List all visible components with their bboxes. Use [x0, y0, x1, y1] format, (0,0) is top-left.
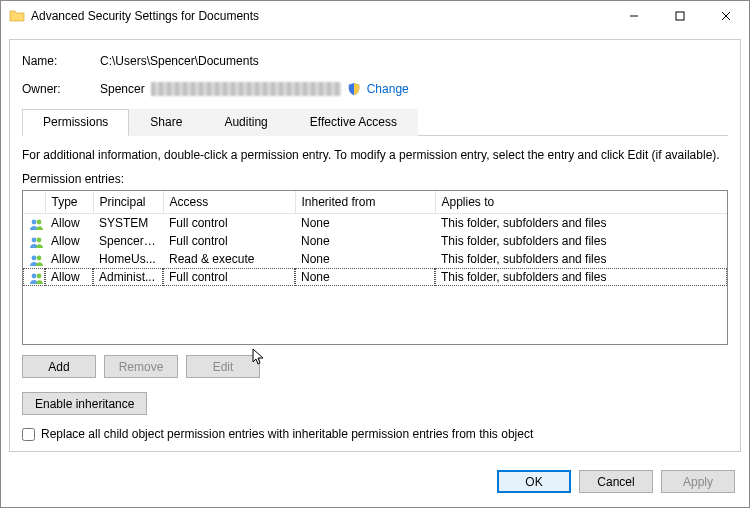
row-applies: This folder, subfolders and files [435, 232, 727, 250]
grid-header-row: Type Principal Access Inherited from App… [23, 191, 727, 214]
replace-checkbox[interactable] [22, 428, 35, 441]
replace-checkbox-label[interactable]: Replace all child object permission entr… [41, 427, 533, 441]
tab-effective-access[interactable]: Effective Access [289, 109, 418, 136]
table-row[interactable]: AllowSpencer ...Full controlNoneThis fol… [23, 232, 727, 250]
table-row[interactable]: AllowAdminist...Full controlNoneThis fol… [23, 268, 727, 286]
row-icon-cell [23, 250, 45, 268]
svg-point-3 [32, 237, 37, 242]
name-row: Name: C:\Users\Spencer\Documents [22, 54, 728, 68]
row-inherited: None [295, 214, 435, 233]
tabs: Permissions Share Auditing Effective Acc… [22, 108, 728, 136]
users-icon [29, 218, 45, 230]
col-principal-header[interactable]: Principal [93, 191, 163, 214]
row-applies: This folder, subfolders and files [435, 268, 727, 286]
row-access: Full control [163, 268, 295, 286]
shield-icon [347, 82, 361, 96]
titlebar: Advanced Security Settings for Documents [1, 1, 749, 31]
svg-point-6 [37, 255, 42, 260]
row-applies: This folder, subfolders and files [435, 250, 727, 268]
col-access-header[interactable]: Access [163, 191, 295, 214]
table-row[interactable]: AllowSYSTEMFull controlNoneThis folder, … [23, 214, 727, 233]
row-principal: Spencer ... [93, 232, 163, 250]
row-icon-cell [23, 232, 45, 250]
remove-button[interactable]: Remove [104, 355, 178, 378]
svg-point-5 [32, 255, 37, 260]
col-inherited-header[interactable]: Inherited from [295, 191, 435, 214]
svg-point-7 [32, 273, 37, 278]
row-type: Allow [45, 268, 93, 286]
permission-grid[interactable]: Type Principal Access Inherited from App… [22, 190, 728, 345]
row-access: Full control [163, 232, 295, 250]
row-applies: This folder, subfolders and files [435, 214, 727, 233]
users-icon [29, 272, 45, 284]
tab-permissions[interactable]: Permissions [22, 109, 129, 136]
owner-row: Owner: Spencer Change [22, 82, 728, 96]
svg-point-4 [37, 237, 42, 242]
content-panel: Name: C:\Users\Spencer\Documents Owner: … [9, 39, 741, 452]
row-type: Allow [45, 232, 93, 250]
row-icon-cell [23, 268, 45, 286]
tab-auditing[interactable]: Auditing [203, 109, 288, 136]
folder-icon [9, 8, 25, 24]
row-principal: SYSTEM [93, 214, 163, 233]
row-inherited: None [295, 250, 435, 268]
enable-inheritance-button[interactable]: Enable inheritance [22, 392, 147, 415]
row-principal: HomeUs... [93, 250, 163, 268]
close-button[interactable] [703, 1, 749, 31]
info-text: For additional information, double-click… [22, 148, 728, 162]
edit-button[interactable]: Edit [186, 355, 260, 378]
col-applies-header[interactable]: Applies to [435, 191, 727, 214]
svg-point-8 [37, 273, 42, 278]
col-type-header[interactable]: Type [45, 191, 93, 214]
row-inherited: None [295, 268, 435, 286]
owner-value: Spencer [100, 82, 145, 96]
name-label: Name: [22, 54, 100, 68]
table-row[interactable]: AllowHomeUs...Read & executeNoneThis fol… [23, 250, 727, 268]
dialog-footer: OK Cancel Apply [1, 460, 749, 507]
change-owner-link[interactable]: Change [367, 82, 409, 96]
ok-button[interactable]: OK [497, 470, 571, 493]
svg-point-1 [32, 219, 37, 224]
apply-button[interactable]: Apply [661, 470, 735, 493]
row-type: Allow [45, 214, 93, 233]
minimize-button[interactable] [611, 1, 657, 31]
svg-point-2 [37, 219, 42, 224]
window-title: Advanced Security Settings for Documents [31, 9, 259, 23]
owner-detail-redacted [151, 82, 341, 96]
entry-buttons: Add Remove Edit [22, 355, 728, 378]
row-access: Read & execute [163, 250, 295, 268]
users-icon [29, 236, 45, 248]
owner-label: Owner: [22, 82, 100, 96]
cancel-button[interactable]: Cancel [579, 470, 653, 493]
tab-share[interactable]: Share [129, 109, 203, 136]
row-principal: Administ... [93, 268, 163, 286]
maximize-button[interactable] [657, 1, 703, 31]
row-type: Allow [45, 250, 93, 268]
security-settings-window: Advanced Security Settings for Documents… [0, 0, 750, 508]
row-inherited: None [295, 232, 435, 250]
users-icon [29, 254, 45, 266]
row-access: Full control [163, 214, 295, 233]
col-icon-header[interactable] [23, 191, 45, 214]
svg-rect-0 [676, 12, 684, 20]
window-controls [611, 1, 749, 31]
replace-checkbox-row: Replace all child object permission entr… [22, 427, 728, 441]
row-icon-cell [23, 214, 45, 233]
add-button[interactable]: Add [22, 355, 96, 378]
entries-label: Permission entries: [22, 172, 728, 186]
name-value: C:\Users\Spencer\Documents [100, 54, 259, 68]
